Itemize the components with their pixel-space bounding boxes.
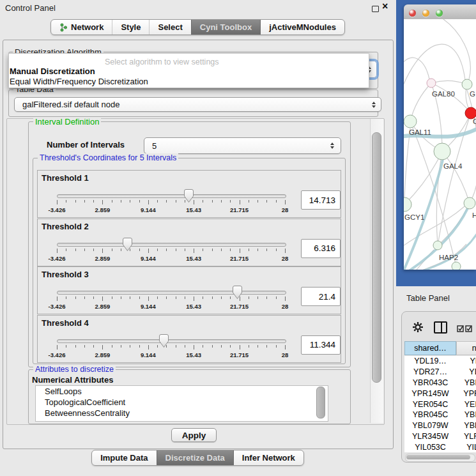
number-of-intervals-combobox[interactable]: 5 <box>144 137 341 154</box>
network-node[interactable] <box>464 197 475 209</box>
threshold-value-field[interactable]: 6.316 <box>301 239 341 258</box>
slider-tick <box>102 345 103 349</box>
network-node[interactable] <box>427 79 436 88</box>
close-panel-icon[interactable]: × <box>382 1 388 12</box>
table-row[interactable]: YDR27…YDR27 <box>404 367 476 378</box>
table-cell[interactable]: YPR145W <box>404 388 456 399</box>
slider-track[interactable] <box>57 291 286 295</box>
slider-track[interactable] <box>57 194 286 198</box>
tab-impute-data[interactable]: Impute Data <box>92 450 156 465</box>
gear-icon[interactable] <box>412 321 424 333</box>
apply-button[interactable]: Apply <box>171 428 217 442</box>
table-cell[interactable]: YPR145W <box>456 388 476 399</box>
threshold-label: Threshold 4 <box>42 318 89 328</box>
attribute-list-item[interactable]: TopologicalCoefficient <box>36 397 328 408</box>
table-row[interactable]: YDL19…YDL19 <box>404 356 476 367</box>
table-cell[interactable]: YER054C <box>404 399 456 410</box>
slider-tick-label: 15.43 <box>186 206 201 213</box>
table-cell[interactable]: YIL053C <box>456 441 476 452</box>
slider-tick-label: 28 <box>282 206 289 213</box>
slider-thumb[interactable] <box>123 238 132 251</box>
combo-stepper-icon[interactable] <box>330 142 334 149</box>
table-row[interactable]: YBL079WYBL079W <box>404 420 476 431</box>
slider-tick <box>84 296 85 299</box>
checkbox-icon[interactable] <box>465 325 473 332</box>
table-row[interactable]: YIL053CYIL053C <box>404 441 476 452</box>
table-row[interactable]: YBR045CYBR045C <box>404 410 476 420</box>
tab-cyni-toolbox[interactable]: Cyni Toolbox <box>191 20 260 35</box>
window-minimize-button[interactable] <box>422 10 429 17</box>
column-header-name[interactable]: name <box>456 341 476 355</box>
menu-item-manual-discretization[interactable]: Manual Discretization <box>10 66 95 76</box>
table-cell[interactable]: YBR045C <box>404 410 456 420</box>
threshold-value-field[interactable]: 11.344 <box>301 335 341 355</box>
table-cell[interactable]: YBL079W <box>404 420 456 431</box>
table-row[interactable]: YER054CYER054C <box>404 399 476 410</box>
table-row[interactable]: YPR145WYPR145W <box>404 388 476 399</box>
tab-discretize-data[interactable]: Discretize Data <box>157 450 233 465</box>
checkbox-icon[interactable] <box>457 325 464 332</box>
table-row[interactable]: YLR345WYLR345W <box>404 431 476 442</box>
table-cell[interactable]: YBR043C <box>404 378 456 388</box>
tab-infer-network[interactable]: Infer Network <box>233 450 303 465</box>
show-columns-icon[interactable] <box>434 321 447 334</box>
slider-track[interactable] <box>57 243 286 247</box>
table-hscrollbar-thumb[interactable] <box>406 455 470 459</box>
network-edge <box>440 19 470 79</box>
window-close-button[interactable] <box>409 10 416 17</box>
table-cell[interactable]: YBR045C <box>456 410 476 420</box>
network-canvas[interactable]: GAL80GCGAL11GAL4GCY1HHAP2 <box>404 19 476 270</box>
slider-thumb[interactable] <box>184 189 194 203</box>
threshold-value-field[interactable]: 14.713 <box>301 190 341 210</box>
window-zoom-button[interactable] <box>436 10 443 17</box>
main-scrollbar-thumb[interactable] <box>372 132 381 383</box>
slider-tick-label: 2.859 <box>95 255 111 262</box>
network-node[interactable] <box>434 143 450 160</box>
tab-network[interactable]: Network <box>51 20 112 35</box>
slider-tick <box>166 200 167 203</box>
attribute-list-item[interactable]: BetweennessCentrality <box>36 408 328 418</box>
threshold-value-field[interactable]: 21.4 <box>301 287 341 306</box>
float-window-icon[interactable] <box>372 6 379 12</box>
network-node[interactable] <box>404 115 417 128</box>
slider-track[interactable] <box>57 339 286 343</box>
attribute-list-item[interactable]: SelfLoops <box>36 386 328 397</box>
table-data-combobox[interactable]: galFiltered.sif default node <box>14 97 381 112</box>
table-cell[interactable]: YDR27… <box>404 367 456 378</box>
screen: Control Panel × NetworkStyleSelectCyni T… <box>0 0 476 476</box>
slider-thumb[interactable] <box>159 334 169 348</box>
table-cell[interactable]: YLR345W <box>404 431 456 442</box>
slider-tick <box>130 296 130 299</box>
attributes-list-scrollbar-thumb[interactable] <box>316 387 325 418</box>
tab-jactivemnodules[interactable]: jActiveMNodules <box>260 20 344 35</box>
numerical-attributes-list[interactable]: SelfLoopsTopologicalCoefficientBetweenne… <box>35 385 328 422</box>
slider-tick <box>230 249 231 251</box>
table-row[interactable]: YBR043CYBR043C <box>404 378 476 388</box>
slider-tick <box>285 249 286 253</box>
table-cell[interactable]: YBL079W <box>456 420 476 431</box>
slider-tick <box>185 249 185 251</box>
table-cell[interactable]: YLR345W <box>456 431 476 442</box>
table-cell[interactable]: YER054C <box>456 399 476 410</box>
slider-tick <box>194 296 194 301</box>
table-cell[interactable]: YDL19 <box>456 356 476 367</box>
menu-item-equal-width-frequency[interactable]: Equal Width/Frequency Discretization <box>10 77 148 86</box>
table-cell[interactable]: YBR043C <box>456 378 476 388</box>
table-cell[interactable]: YDL19… <box>404 356 456 367</box>
tab-select[interactable]: Select <box>149 20 190 35</box>
table-cell[interactable]: YDR27 <box>456 367 476 378</box>
slider-thumb[interactable] <box>233 286 242 299</box>
network-window-titlebar[interactable] <box>404 4 476 20</box>
column-header-shared-[interactable]: shared… <box>404 341 456 355</box>
network-node[interactable] <box>404 197 411 211</box>
top-tab-control: NetworkStyleSelectCyni ToolboxjActiveMNo… <box>50 19 345 35</box>
slider-ticks: -3.4262.8599.14415.4321.71528 <box>57 249 285 265</box>
main-vertical-scrollbar[interactable] <box>370 119 383 423</box>
combo-stepper-icon[interactable] <box>372 102 376 108</box>
network-node[interactable] <box>462 79 472 89</box>
slider-tick <box>130 200 130 203</box>
network-node[interactable] <box>452 262 461 270</box>
network-node[interactable] <box>433 241 442 250</box>
table-cell[interactable]: YIL053C <box>404 441 456 452</box>
tab-style[interactable]: Style <box>112 20 149 35</box>
